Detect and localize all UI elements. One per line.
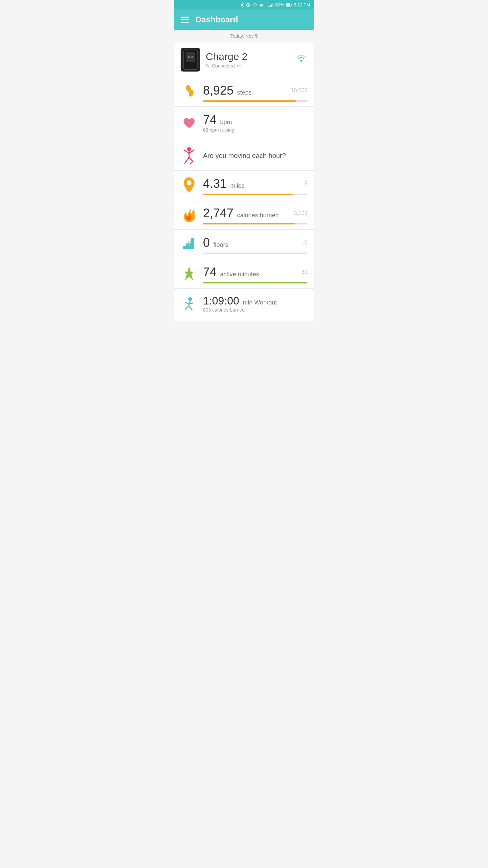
battery-percent: 69% (276, 2, 284, 7)
device-connection-status: Connected (212, 63, 235, 68)
battery-icon (286, 3, 292, 7)
workout-row[interactable]: 1:09:00 min Workout 803 calories burned (174, 289, 314, 321)
move-content: Are you moving each hour? (203, 152, 307, 160)
heart-sub: 62 bpm resting (203, 127, 307, 133)
calories-progress-bg (203, 223, 307, 224)
device-battery-icon: ▭ (237, 63, 241, 68)
svg-rect-4 (271, 4, 272, 7)
distance-progress-bg (203, 194, 307, 195)
move-row[interactable]: Are you moving each hour? (174, 141, 314, 171)
calories-content: 2,747 calories burned 3,103 (203, 206, 307, 224)
calories-icon (181, 206, 198, 223)
signal-icon: 4G (259, 3, 267, 7)
heart-value: 74 (203, 113, 217, 127)
steps-progress-fill (203, 100, 296, 102)
svg-line-25 (185, 306, 189, 309)
calories-unit: calories burned (237, 212, 279, 219)
floors-content: 0 floors 10 (203, 236, 307, 254)
floors-icon (181, 236, 198, 253)
calories-goal: 3,103 (294, 210, 307, 216)
device-sync-icon (295, 54, 307, 65)
svg-point-8 (300, 60, 302, 62)
floors-unit: floors (213, 241, 228, 248)
location-icon (181, 177, 198, 194)
svg-line-26 (189, 306, 192, 310)
steps-progress-bg (203, 100, 307, 102)
distance-value: 4.31 (203, 177, 227, 191)
distance-row[interactable]: 4.31 miles 5 (174, 171, 314, 200)
active-unit: active minutes (220, 271, 259, 278)
svg-point-23 (188, 297, 192, 301)
calories-progress-fill (203, 223, 295, 224)
distance-unit: miles (230, 182, 245, 189)
floors-goal: 10 (301, 240, 307, 246)
workout-icon (181, 296, 198, 313)
svg-point-18 (187, 180, 191, 185)
heart-rate-row[interactable]: 74 bpm 62 bpm resting (174, 107, 314, 141)
svg-rect-2 (268, 6, 269, 7)
distance-goal: 5 (304, 181, 307, 187)
steps-icon (181, 83, 198, 100)
workout-content: 1:09:00 min Workout 803 calories burned (203, 295, 307, 315)
steps-content: 8,925 steps 10,000 (203, 83, 307, 102)
app-title: Dashboard (196, 15, 238, 24)
steps-value: 8,925 (203, 83, 233, 97)
active-minutes-row[interactable]: 74 active minutes 30 (174, 259, 314, 289)
distance-content: 4.31 miles 5 (203, 177, 307, 195)
device-name: Charge 2 (206, 51, 247, 62)
floors-row[interactable]: 0 floors 10 (174, 230, 314, 259)
move-icon (181, 147, 198, 164)
svg-marker-22 (184, 266, 194, 280)
svg-line-17 (190, 161, 193, 164)
svg-rect-5 (272, 3, 273, 7)
signal-bars-icon (268, 3, 274, 7)
active-goal: 30 (301, 269, 307, 275)
device-card[interactable]: 12:58 Charge 2 ↻ Connected ▭ (174, 42, 314, 77)
calories-row[interactable]: 2,747 calories burned 3,103 (174, 200, 314, 230)
svg-rect-7 (286, 3, 290, 6)
date-header: Today, Nov 5 (174, 30, 314, 42)
active-content: 74 active minutes 30 (203, 265, 307, 283)
time: 5:12 PM (294, 2, 310, 7)
workout-value: 1:09:00 (203, 295, 239, 307)
steps-unit: steps (237, 89, 252, 96)
app-bar: Dashboard (174, 9, 314, 30)
sync-icon: ↻ (206, 63, 210, 68)
menu-button[interactable] (181, 17, 189, 23)
heart-content: 74 bpm 62 bpm resting (203, 113, 307, 135)
heart-unit: bpm (220, 119, 232, 125)
status-bar: 4G 69% 5:12 PM (174, 0, 314, 9)
heart-icon (181, 115, 198, 132)
distance-progress-fill (203, 194, 293, 195)
svg-rect-3 (270, 5, 271, 7)
active-progress-fill (203, 282, 307, 283)
svg-line-28 (189, 303, 193, 304)
move-text: Are you moving each hour? (203, 152, 286, 159)
workout-sub: 803 calories burned (203, 307, 307, 313)
calories-value: 2,747 (203, 206, 233, 220)
floors-value: 0 (203, 236, 210, 250)
svg-line-16 (189, 157, 193, 161)
device-status: ↻ Connected ▭ (206, 63, 247, 68)
steps-row[interactable]: 8,925 steps 10,000 (174, 77, 314, 107)
svg-text:4G: 4G (259, 4, 263, 7)
svg-point-11 (187, 147, 191, 151)
svg-line-27 (185, 302, 189, 304)
svg-marker-19 (183, 238, 194, 249)
alarm-icon (246, 2, 250, 7)
active-value: 74 (203, 265, 217, 279)
device-image: 12:58 (181, 48, 200, 72)
bluetooth-icon (240, 2, 244, 7)
active-progress-bg (203, 282, 307, 283)
steps-goal: 10,000 (291, 87, 307, 94)
device-info: Charge 2 ↻ Connected ▭ (206, 51, 247, 68)
status-icons: 4G 69% 5:12 PM (240, 2, 310, 7)
workout-unit: min Workout (243, 299, 277, 306)
svg-line-15 (185, 157, 189, 163)
floors-progress-bg (203, 253, 307, 254)
device-left: 12:58 Charge 2 ↻ Connected ▭ (181, 48, 247, 72)
active-icon (181, 265, 198, 282)
wifi-icon (252, 3, 258, 7)
